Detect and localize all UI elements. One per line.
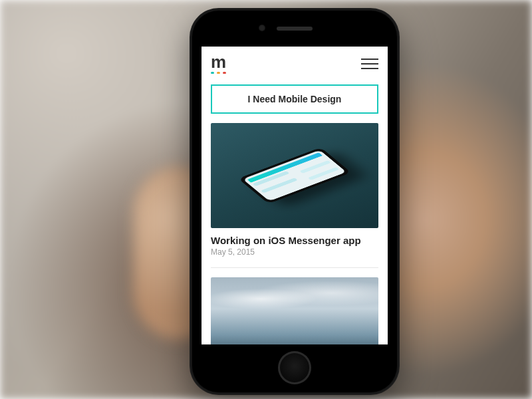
home-button[interactable] [278, 351, 311, 384]
hamburger-menu-icon[interactable] [361, 59, 378, 69]
cta-label: I Need Mobile Design [248, 94, 342, 104]
post-card[interactable] [211, 277, 378, 344]
post-title: Working on iOS Messenger app [211, 235, 378, 246]
cta-button[interactable]: I Need Mobile Design [211, 84, 378, 114]
post-date: May 5, 2015 [211, 247, 378, 257]
app-header: m [201, 47, 388, 78]
logo[interactable]: m [211, 53, 226, 74]
front-camera [259, 25, 265, 31]
iphone-frame: m I Need Mobile Design [190, 8, 400, 395]
mockup-phone-icon [238, 148, 351, 204]
clouds-icon [211, 281, 378, 311]
post-feed: Working on iOS Messenger app May 5, 2015 [201, 123, 388, 344]
logo-letter: m [211, 53, 226, 70]
speaker-slot [277, 27, 313, 31]
phone-screen: m I Need Mobile Design [201, 47, 388, 344]
post-image-landscape [211, 277, 378, 344]
iphone-bezel: m I Need Mobile Design [192, 11, 397, 392]
post-card[interactable]: Working on iOS Messenger app May 5, 2015 [211, 123, 378, 257]
post-image-messenger-mockup [211, 123, 378, 228]
post-divider [211, 267, 378, 268]
logo-accent-dots [211, 72, 226, 74]
